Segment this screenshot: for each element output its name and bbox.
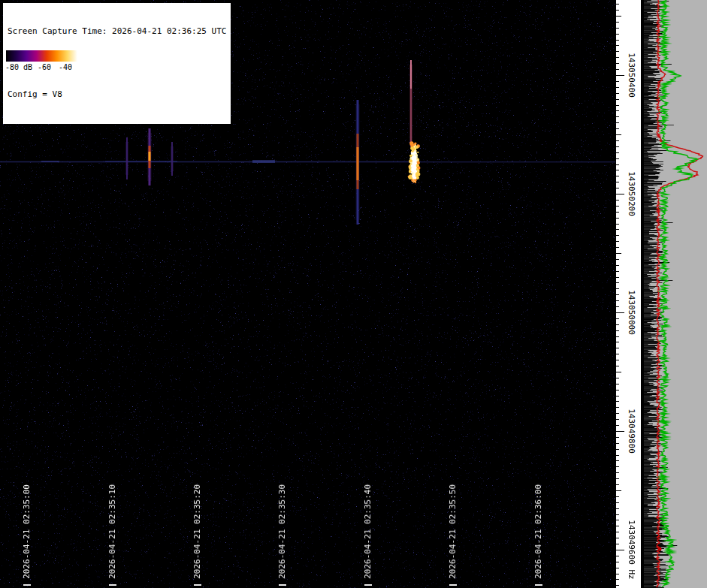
- time-axis-tick: [23, 584, 31, 586]
- live-spectrum-panel: [644, 0, 707, 588]
- frequency-axis-label: 143049800: [627, 409, 636, 454]
- intensity-gradient-bar: [6, 50, 77, 62]
- time-axis-label: 2026-04-21 02:36:00: [533, 484, 543, 579]
- time-axis-label: 2026-04-21 02:35:30: [277, 484, 287, 579]
- time-axis-label: 2026-04-21 02:35:50: [448, 484, 458, 579]
- time-axis-tick: [535, 584, 542, 586]
- time-axis-tick: [279, 584, 286, 586]
- time-axis-tick: [449, 584, 457, 586]
- frequency-axis-label: 143050200: [627, 171, 636, 216]
- legend-label-min: -80 dB: [5, 63, 32, 72]
- config-line: Config = V8: [8, 89, 226, 100]
- frequency-axis-label: 143049600 Hz: [627, 520, 636, 579]
- frequency-axis-label: 143050000: [627, 290, 636, 335]
- time-axis-label: 2026-04-21 02:35:00: [22, 484, 32, 579]
- frequency-axis-label: 143050400: [627, 53, 636, 98]
- intensity-legend: -80 dB -60 -40: [4, 47, 80, 75]
- capture-time-line: Screen Capture Time: 2026-04-21 02:36:25…: [8, 26, 226, 37]
- legend-label-max: -40: [59, 63, 72, 72]
- time-axis-label: 2026-04-21 02:35:20: [192, 484, 202, 579]
- time-axis-tick: [194, 584, 201, 586]
- time-axis-tick: [109, 584, 116, 586]
- time-axis-label: 2026-04-21 02:35:10: [107, 484, 117, 579]
- legend-label-mid: -60: [38, 63, 51, 72]
- time-axis-tick: [364, 584, 372, 586]
- spectrogram-screen-capture: Screen Capture Time: 2026-04-21 02:36:25…: [0, 0, 707, 588]
- time-axis-label: 2026-04-21 02:35:40: [363, 484, 373, 579]
